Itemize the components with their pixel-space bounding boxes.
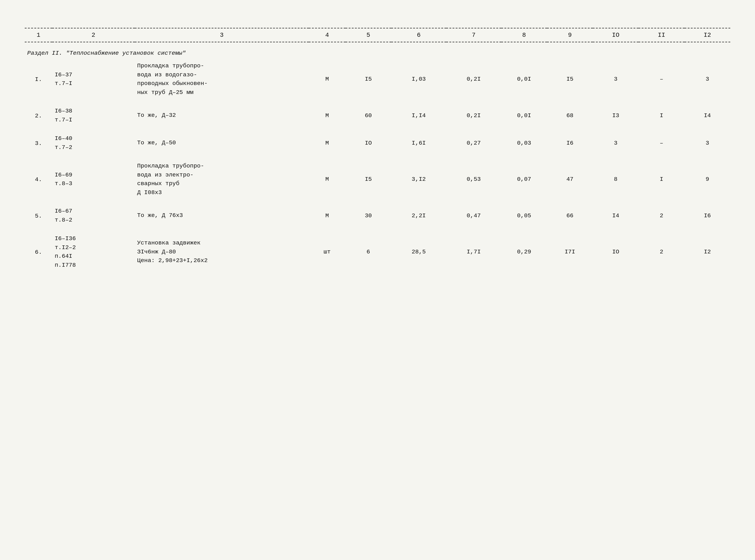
cell-row2-col1: 2.: [25, 105, 52, 126]
cell-row4-col10: 8: [593, 160, 638, 199]
cell-row4-col1: 4.: [25, 160, 52, 199]
col-header-9: 9: [547, 28, 593, 42]
section-title: Раздел II. "Теплоснабжение установок сис…: [25, 42, 730, 60]
cell-row5-col12: I6: [684, 205, 730, 226]
cell-row6-col11: 2: [638, 233, 684, 271]
cell-row1-col11: –: [638, 60, 684, 99]
cell-row3-col3: То же, Д–50: [135, 132, 309, 154]
cell-row6-col12: I2: [684, 233, 730, 271]
cell-row5-col4: М: [309, 205, 345, 226]
cell-row1-col5: I5: [345, 60, 391, 99]
cell-row6-col2: I6–I36 т.I2–2 п.64I п.I778: [52, 233, 135, 271]
col-header-7: 7: [446, 28, 501, 42]
cell-row3-col1: 3.: [25, 132, 52, 154]
cell-row6-col10: IO: [593, 233, 638, 271]
table-row: 2.I6–38 т.7–IТо же, Д–32М60I,I40,2I0,0I6…: [25, 105, 730, 126]
cell-row3-col2: I6–40 т.7–2: [52, 132, 135, 154]
col-header-10: IO: [593, 28, 638, 42]
cell-row2-col6: I,I4: [391, 105, 446, 126]
col-header-3: 3: [135, 28, 309, 42]
cell-row6-col4: шт: [309, 233, 345, 271]
col-header-1: 1: [25, 28, 52, 42]
cell-row4-col12: 9: [684, 160, 730, 199]
main-table-wrapper: 1 2 3 4 5 6 7 8 9 IO II I2 Раздел II. "Т…: [25, 28, 730, 271]
cell-row1-col7: 0,2I: [446, 60, 501, 99]
cell-row1-col2: I6–37 т.7–I: [52, 60, 135, 99]
cell-row3-col10: 3: [593, 132, 638, 154]
cell-row3-col12: 3: [684, 132, 730, 154]
cell-row4-col8: 0,07: [501, 160, 547, 199]
spacer-row: [25, 99, 730, 105]
cell-row5-col10: I4: [593, 205, 638, 226]
table-row: 6.I6–I36 т.I2–2 п.64I п.I778Установка за…: [25, 233, 730, 271]
cell-row4-col2: I6–69 т.8–3: [52, 160, 135, 199]
cell-row3-col11: –: [638, 132, 684, 154]
cell-row5-col7: 0,47: [446, 205, 501, 226]
cell-row5-col6: 2,2I: [391, 205, 446, 226]
cell-row3-col5: IO: [345, 132, 391, 154]
cell-row1-col10: 3: [593, 60, 638, 99]
cell-row5-col8: 0,05: [501, 205, 547, 226]
cell-row1-col12: 3: [684, 60, 730, 99]
col-header-8: 8: [501, 28, 547, 42]
cell-row4-col3: Прокладка трубопро- вода из электро- сва…: [135, 160, 309, 199]
cell-row2-col11: I: [638, 105, 684, 126]
col-header-2: 2: [52, 28, 135, 42]
cell-row5-col9: 66: [547, 205, 593, 226]
cell-row4-col7: 0,53: [446, 160, 501, 199]
col-header-12: I2: [684, 28, 730, 42]
column-header-row: 1 2 3 4 5 6 7 8 9 IO II I2: [25, 28, 730, 42]
cell-row3-col8: 0,03: [501, 132, 547, 154]
cell-row4-col6: 3,I2: [391, 160, 446, 199]
cell-row6-col9: I7I: [547, 233, 593, 271]
cell-row1-col1: I.: [25, 60, 52, 99]
cell-row1-col6: I,03: [391, 60, 446, 99]
cell-row6-col1: 6.: [25, 233, 52, 271]
table-row: I.I6–37 т.7–IПрокладка трубопро- вода из…: [25, 60, 730, 99]
cell-row6-col7: I,7I: [446, 233, 501, 271]
cell-row6-col6: 28,5: [391, 233, 446, 271]
cell-row1-col8: 0,0I: [501, 60, 547, 99]
cell-row5-col11: 2: [638, 205, 684, 226]
table-row: 5.I6–67 т.8–2То же, Д 76х3М302,2I0,470,0…: [25, 205, 730, 226]
col-header-6: 6: [391, 28, 446, 42]
cell-row6-col8: 0,29: [501, 233, 547, 271]
col-header-4: 4: [309, 28, 345, 42]
cell-row2-col2: I6–38 т.7–I: [52, 105, 135, 126]
cell-row2-col8: 0,0I: [501, 105, 547, 126]
cell-row2-col5: 60: [345, 105, 391, 126]
cell-row3-col9: I6: [547, 132, 593, 154]
spacer-row: [25, 126, 730, 132]
cell-row6-col5: 6: [345, 233, 391, 271]
cell-row2-col9: 68: [547, 105, 593, 126]
cell-row2-col4: М: [309, 105, 345, 126]
cell-row3-col4: М: [309, 132, 345, 154]
cell-row4-col4: М: [309, 160, 345, 199]
cell-row2-col3: То же, Д–32: [135, 105, 309, 126]
cell-row2-col7: 0,2I: [446, 105, 501, 126]
cell-row2-col10: I3: [593, 105, 638, 126]
spacer-row: [25, 199, 730, 205]
cell-row2-col12: I4: [684, 105, 730, 126]
cell-row6-col3: Установка задвижек ЗIч6нж Д–80 Цена: 2,9…: [135, 233, 309, 271]
cell-row1-col9: I5: [547, 60, 593, 99]
section-header-row: Раздел II. "Теплоснабжение установок сис…: [25, 42, 730, 60]
cell-row1-col3: Прокладка трубопро- вода из водогазо- пр…: [135, 60, 309, 99]
col-header-5: 5: [345, 28, 391, 42]
cell-row5-col5: 30: [345, 205, 391, 226]
cell-row1-col4: М: [309, 60, 345, 99]
cell-row5-col1: 5.: [25, 205, 52, 226]
table-row: 4.I6–69 т.8–3Прокладка трубопро- вода из…: [25, 160, 730, 199]
col-header-11: II: [638, 28, 684, 42]
spacer-row: [25, 154, 730, 160]
cell-row5-col2: I6–67 т.8–2: [52, 205, 135, 226]
cell-row3-col7: 0,27: [446, 132, 501, 154]
spacer-row: [25, 226, 730, 233]
table-row: 3.I6–40 т.7–2То же, Д–50МIOI,6I0,270,03I…: [25, 132, 730, 154]
cell-row4-col5: I5: [345, 160, 391, 199]
cell-row3-col6: I,6I: [391, 132, 446, 154]
cell-row4-col11: I: [638, 160, 684, 199]
main-table: 1 2 3 4 5 6 7 8 9 IO II I2 Раздел II. "Т…: [25, 28, 730, 271]
cell-row4-col9: 47: [547, 160, 593, 199]
cell-row5-col3: То же, Д 76х3: [135, 205, 309, 226]
